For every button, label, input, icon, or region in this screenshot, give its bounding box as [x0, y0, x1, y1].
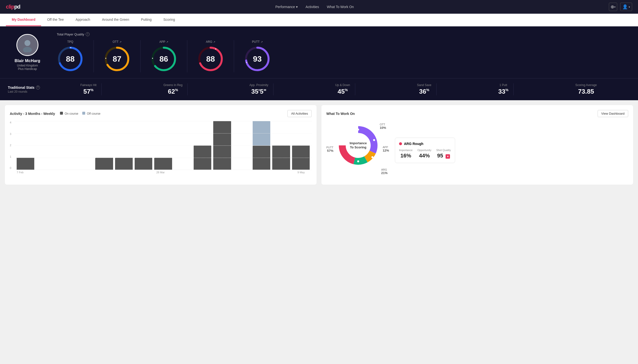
stat-app-proximity: App. Proximity 35'5" [245, 83, 274, 95]
circle-putt: 93 [244, 46, 271, 72]
tab-my-dashboard[interactable]: My Dashboard [6, 14, 41, 26]
tab-approach[interactable]: Approach [70, 14, 96, 26]
stat-items: Fairways Hit 57% Greens In Reg 62% App. … [47, 83, 630, 95]
arg-card-dot [399, 142, 402, 145]
arg-card: ARG Rough Importance 16% Opportunity 44%… [395, 138, 455, 163]
on-course-bar [95, 158, 113, 170]
player-name: Blair McHarg [15, 58, 40, 63]
view-dashboard-button[interactable]: View Dashboard [598, 110, 628, 117]
off-course-legend-dot [82, 112, 85, 115]
circle-ott: 87 [104, 46, 130, 72]
tpq-label: Total Player Quality ? [57, 32, 630, 36]
chart-legend: On course Off course [60, 112, 100, 116]
activity-panel: Activity - 3 Months - Weekly On course O… [5, 105, 317, 184]
tab-putting[interactable]: Putting [135, 14, 158, 26]
stat-greens-in-reg: Greens In Reg 62% [158, 83, 187, 95]
avatar [17, 34, 39, 56]
svg-text:Importance: Importance [350, 141, 367, 145]
all-activities-button[interactable]: All Activities [287, 110, 312, 117]
putt-label: PUTT 57% [326, 146, 333, 152]
arg-importance: Importance 16% [399, 149, 412, 159]
wtwo-content: PUTT 57% [326, 121, 628, 180]
add-button[interactable]: ⊕▾ [609, 3, 617, 11]
score-app: APP ↗ 86 [140, 40, 187, 72]
on-course-bar [154, 158, 172, 170]
avatar-image [20, 38, 35, 52]
bottom-section: Activity - 3 Months - Weekly On course O… [0, 100, 638, 190]
tabs-bar: My Dashboard Off the Tee Approach Around… [0, 14, 638, 26]
score-arg: ARG ↗ 88 [187, 40, 234, 72]
stat-sand-save: Sand Save 36% [412, 83, 437, 95]
stat-up-down: Up & Down 45% [330, 83, 355, 95]
circle-app: 86 [150, 46, 177, 72]
svg-point-25 [373, 139, 375, 141]
score-ott: OTT ↗ 87 [94, 40, 140, 72]
stat-scoring-average: Scoring Average 73.85 [570, 83, 602, 95]
traditional-stats: Traditional Stats ? Last 20 rounds Fairw… [0, 78, 638, 100]
on-course-bar [135, 158, 152, 170]
hero-section: Blair McHarg United Kingdom Plus Handica… [0, 26, 638, 78]
svg-text:To Scoring: To Scoring [350, 146, 366, 149]
activity-panel-title: Activity - 3 Months - Weekly [10, 112, 55, 116]
tpq-info-icon[interactable]: ? [86, 32, 90, 36]
scores-section: Total Player Quality ? TPQ 88 [57, 32, 630, 72]
svg-point-0 [25, 40, 30, 46]
stat-fairways-hit: Fairways Hit 57% [75, 83, 102, 95]
svg-point-1 [23, 47, 32, 52]
score-tpq: TPQ 88 [57, 40, 94, 72]
player-handicap: Plus Handicap [18, 67, 37, 71]
svg-point-27 [357, 160, 359, 162]
top-nav: clippd Performance ▾ Activities What To … [0, 0, 638, 14]
player-country: United Kingdom [17, 64, 38, 67]
arg-shot-quality: Shot Quality 95 ▼ [436, 149, 451, 159]
nav-performance[interactable]: Performance ▾ [275, 5, 298, 9]
donut-wrapper: PUTT 57% [326, 121, 390, 180]
wtwo-panel: What To Work On View Dashboard PUTT 57% [321, 105, 633, 184]
arg-donut-label: ARG 21% [381, 168, 387, 175]
trad-stats-info-icon[interactable]: ? [36, 86, 40, 90]
svg-point-24 [357, 128, 359, 130]
ott-label: OTT 10% [380, 123, 386, 130]
on-course-bar [17, 158, 34, 170]
nav-activities[interactable]: Activities [306, 5, 319, 9]
tab-off-the-tee[interactable]: Off the Tee [41, 14, 70, 26]
down-arrow-icon: ▼ [446, 154, 450, 159]
tab-scoring[interactable]: Scoring [157, 14, 181, 26]
user-menu-button[interactable]: 👤▾ [620, 3, 632, 11]
chart-area: 0 1 2 3 4 7 [10, 121, 312, 175]
wtwo-title: What To Work On [326, 112, 355, 116]
trad-stats-subtitle: Last 20 rounds [8, 90, 47, 94]
trad-stats-title: Traditional Stats ? [8, 86, 47, 90]
player-info: Blair McHarg United Kingdom Plus Handica… [8, 34, 47, 71]
nav-links: Performance ▾ Activities What To Work On [275, 5, 354, 9]
arg-opportunity: Opportunity 44% [417, 149, 431, 159]
nav-what-to-work-on[interactable]: What To Work On [327, 5, 354, 9]
on-course-legend-dot [60, 112, 63, 115]
score-circles: TPQ 88 OTT ↗ [57, 40, 630, 72]
circle-arg: 88 [197, 46, 224, 72]
x-labels: 7 Feb 28 Mar 9 May [10, 170, 312, 174]
donut-svg: Importance To Scoring [336, 124, 380, 168]
arg-metrics: Importance 16% Opportunity 44% Shot Qual… [399, 149, 451, 159]
tab-around-the-green[interactable]: Around the Green [96, 14, 135, 26]
y-axis: 0 1 2 3 4 [10, 121, 15, 170]
stat-1-putt: 1 Putt 33% [493, 83, 513, 95]
on-course-bar [115, 158, 133, 170]
app-label: APP 12% [383, 146, 389, 152]
logo: clippd [6, 4, 20, 10]
score-putt: PUTT ↗ 93 [234, 40, 281, 72]
arg-card-title-text: ARG Rough [404, 142, 423, 146]
nav-right: ⊕▾ 👤▾ [609, 3, 632, 11]
svg-point-26 [371, 156, 373, 158]
circle-tpq: 88 [57, 46, 84, 72]
